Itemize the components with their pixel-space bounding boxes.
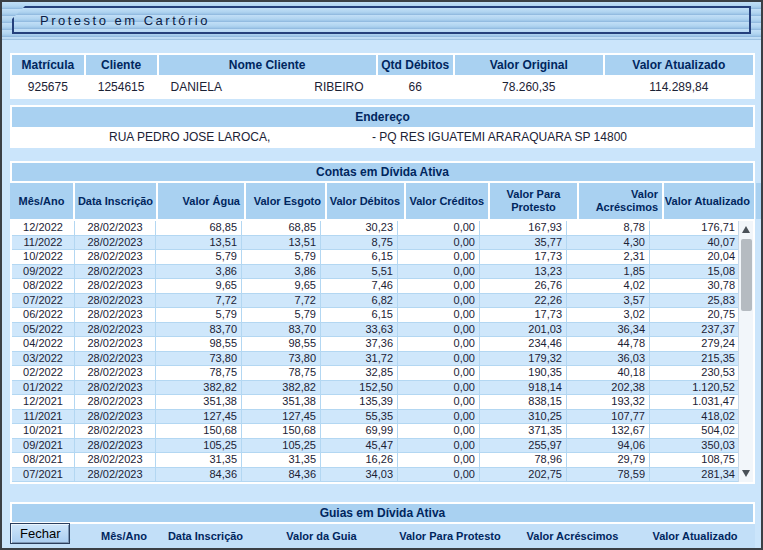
- table-row[interactable]: 10/202128/02/2023150,68150,6869,990,0037…: [12, 424, 740, 439]
- table-row[interactable]: 12/202228/02/202368,8568,8530,230,00167,…: [12, 221, 740, 236]
- fechar-button[interactable]: Fechar: [10, 523, 70, 544]
- table-cell: 382,82: [156, 381, 242, 396]
- col-header-valor-original: Valor Original: [455, 55, 603, 75]
- table-cell: 382,82: [242, 381, 321, 396]
- table-cell: 0,00: [398, 439, 480, 454]
- col-header-valor-creditos: Valor Créditos: [406, 183, 488, 219]
- client-summary-table: Matrícula Cliente Nome Cliente Qtd Débit…: [10, 53, 755, 99]
- nome-last: RIBEIRO: [314, 80, 363, 94]
- table-cell: 418,02: [650, 410, 740, 425]
- table-cell: 10/2022: [12, 250, 75, 265]
- table-cell: 12/2022: [12, 221, 75, 236]
- scroll-down-icon[interactable]: [742, 470, 750, 477]
- table-cell: 1.031,47: [650, 395, 740, 410]
- table-cell: 34,03: [321, 468, 398, 483]
- table-cell: 40,07: [650, 236, 740, 251]
- cliente-value: 1254615: [86, 77, 157, 97]
- endereco-section: Endereço RUA PEDRO JOSE LAROCA, - PQ RES…: [10, 105, 755, 148]
- table-cell: 4,30: [567, 236, 650, 251]
- table-cell: 37,36: [321, 337, 398, 352]
- table-row[interactable]: 07/202228/02/20237,727,726,820,0022,263,…: [12, 294, 740, 309]
- table-row[interactable]: 09/202128/02/2023105,25105,2545,470,0025…: [12, 439, 740, 454]
- table-cell: 16,26: [321, 453, 398, 468]
- col-header-matricula: Matrícula: [12, 55, 84, 75]
- scrollbar-thumb[interactable]: [741, 239, 752, 311]
- guias-band: Guias em Dívida Ativa: [10, 502, 755, 524]
- table-cell: 167,93: [480, 221, 567, 236]
- protesto-window: { "title": "Protesto em Cartório", "colo…: [0, 0, 763, 550]
- table-cell: 230,53: [650, 366, 740, 381]
- table-row[interactable]: 01/202228/02/2023382,82382,82152,500,009…: [12, 381, 740, 396]
- table-cell: 0,00: [398, 337, 480, 352]
- table-row[interactable]: 12/202128/02/2023351,38351,38135,390,008…: [12, 395, 740, 410]
- table-cell: 7,72: [156, 294, 242, 309]
- col-header-valor-debitos: Valor Débitos: [327, 183, 404, 219]
- table-cell: 255,97: [480, 439, 567, 454]
- table-cell: 2,31: [567, 250, 650, 265]
- col-header-qtd-debitos: Qtd Débitos: [378, 55, 453, 75]
- table-row[interactable]: 08/202128/02/202331,3531,3516,260,0078,9…: [12, 453, 740, 468]
- table-row[interactable]: 06/202228/02/20235,795,796,150,0017,733,…: [12, 308, 740, 323]
- table-cell: 504,02: [650, 424, 740, 439]
- valor-atualizado-value: 114.289,84: [605, 77, 753, 97]
- table-cell: 28/02/2023: [75, 468, 156, 483]
- table-row[interactable]: 08/202228/02/20239,659,657,460,0026,764,…: [12, 279, 740, 294]
- table-cell: 5,79: [156, 308, 242, 323]
- table-cell: 78,59: [567, 468, 650, 483]
- table-cell: 108,75: [650, 453, 740, 468]
- table-cell: 73,80: [156, 352, 242, 367]
- table-cell: 28/02/2023: [75, 366, 156, 381]
- table-cell: 9,65: [242, 279, 321, 294]
- table-cell: 0,00: [398, 395, 480, 410]
- table-cell: 55,35: [321, 410, 398, 425]
- table-cell: 30,23: [321, 221, 398, 236]
- contas-scroll-area[interactable]: 12/202228/02/202368,8568,8530,230,00167,…: [10, 219, 755, 484]
- table-cell: 84,36: [156, 468, 242, 483]
- endereco-street: RUA PEDRO JOSE LAROCA,: [109, 127, 270, 148]
- table-cell: 28/02/2023: [75, 221, 156, 236]
- table-cell: 6,15: [321, 308, 398, 323]
- table-cell: 28/02/2023: [75, 250, 156, 265]
- table-cell: 08/2021: [12, 453, 75, 468]
- table-cell: 69,99: [321, 424, 398, 439]
- table-row[interactable]: 10/202228/02/20235,795,796,150,0017,732,…: [12, 250, 740, 265]
- table-cell: 351,38: [242, 395, 321, 410]
- table-cell: 150,68: [156, 424, 242, 439]
- scroll-up-icon[interactable]: [742, 226, 750, 233]
- table-row[interactable]: 11/202128/02/2023127,45127,4555,350,0031…: [12, 410, 740, 425]
- table-cell: 150,68: [242, 424, 321, 439]
- table-cell: 68,85: [242, 221, 321, 236]
- table-cell: 0,00: [398, 221, 480, 236]
- table-cell: 202,75: [480, 468, 567, 483]
- table-cell: 350,03: [650, 439, 740, 454]
- vertical-scrollbar[interactable]: [738, 221, 753, 482]
- table-row[interactable]: 03/202228/02/202373,8073,8031,720,00179,…: [12, 352, 740, 367]
- table-cell: 98,55: [156, 337, 242, 352]
- table-cell: 234,46: [480, 337, 567, 352]
- title-bar: Protesto em Cartório: [2, 2, 761, 40]
- table-cell: 78,75: [242, 366, 321, 381]
- table-row[interactable]: 07/202128/02/202384,3684,3634,030,00202,…: [12, 468, 740, 483]
- table-row[interactable]: 02/202228/02/202378,7578,7532,850,00190,…: [12, 366, 740, 381]
- table-row[interactable]: 04/202228/02/202398,5598,5537,360,00234,…: [12, 337, 740, 352]
- table-cell: 06/2022: [12, 308, 75, 323]
- page-title: Protesto em Cartório: [14, 13, 210, 28]
- table-cell: 0,00: [398, 366, 480, 381]
- table-cell: 838,15: [480, 395, 567, 410]
- table-cell: 13,51: [156, 236, 242, 251]
- table-cell: 0,00: [398, 250, 480, 265]
- table-cell: 01/2022: [12, 381, 75, 396]
- col-header-nome-cliente: Nome Cliente: [159, 55, 376, 75]
- table-cell: 7,72: [242, 294, 321, 309]
- table-cell: 05/2022: [12, 323, 75, 338]
- table-row[interactable]: 09/202228/02/20233,863,865,510,0013,231,…: [12, 265, 740, 280]
- contas-section: Contas em Dívida Ativa Mês/Ano Data Insc…: [10, 161, 755, 484]
- table-cell: 8,75: [321, 236, 398, 251]
- col-header-valor-para-protesto-guia: Valor Para Protesto: [390, 530, 510, 542]
- col-header-data-inscricao: Data Inscrição: [75, 183, 156, 219]
- table-cell: 7,46: [321, 279, 398, 294]
- table-cell: 6,82: [321, 294, 398, 309]
- table-cell: 202,38: [567, 381, 650, 396]
- table-row[interactable]: 05/202228/02/202383,7083,7033,630,00201,…: [12, 323, 740, 338]
- table-row[interactable]: 11/202228/02/202313,5113,518,750,0035,77…: [12, 236, 740, 251]
